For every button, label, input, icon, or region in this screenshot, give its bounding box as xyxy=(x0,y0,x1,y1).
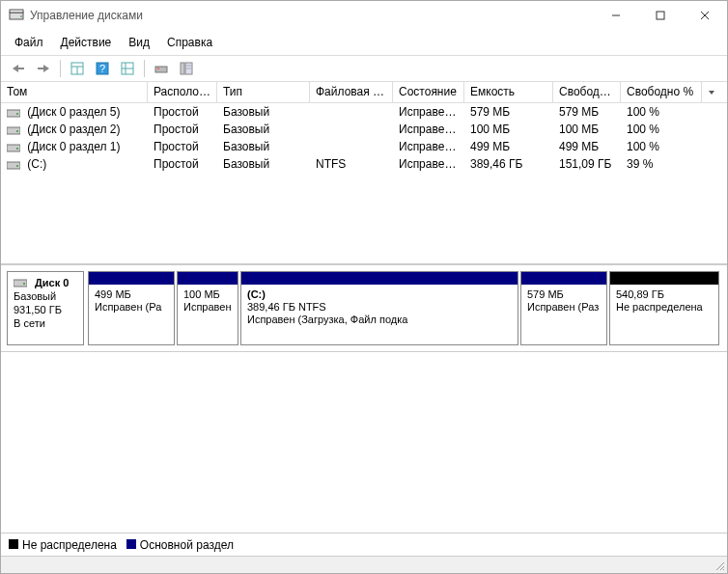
col-type[interactable]: Тип xyxy=(217,82,310,102)
table-row[interactable]: (Диск 0 раздел 5)ПростойБазовыйИсправен…… xyxy=(1,103,727,121)
svg-point-30 xyxy=(16,165,18,167)
partition[interactable]: 540,89 ГБНе распределена xyxy=(609,271,719,345)
partition[interactable]: (C:)389,46 ГБ NTFSИсправен (Загрузка, Фа… xyxy=(240,271,518,345)
status-bar xyxy=(1,556,727,573)
col-free[interactable]: Свобод… xyxy=(553,82,621,102)
col-status[interactable]: Состояние xyxy=(393,82,464,102)
close-button[interactable] xyxy=(683,1,727,30)
window-title: Управление дисками xyxy=(30,9,594,22)
partition-map: 499 МБИсправен (Ра100 МБИсправен(C:)389,… xyxy=(88,271,719,345)
svg-point-2 xyxy=(20,15,22,17)
disk-name: Диск 0 xyxy=(35,276,69,289)
empty-area xyxy=(1,352,727,533)
toolbar-separator xyxy=(144,60,145,77)
disk-status: В сети xyxy=(14,316,77,330)
menu-file[interactable]: Файл xyxy=(9,34,49,51)
partition[interactable]: 579 МБИсправен (Раз xyxy=(520,271,607,345)
partition[interactable]: 499 МБИсправен (Ра xyxy=(88,271,175,345)
svg-point-26 xyxy=(16,130,18,132)
legend: Не распределена Основной раздел xyxy=(1,533,727,556)
disk-icon xyxy=(14,277,27,288)
table-row[interactable]: (Диск 0 раздел 1)ПростойБазовыйИсправен…… xyxy=(1,138,727,155)
svg-point-18 xyxy=(157,68,159,69)
back-button[interactable] xyxy=(7,58,30,79)
svg-line-35 xyxy=(723,569,724,570)
svg-rect-31 xyxy=(14,280,27,287)
svg-rect-27 xyxy=(7,145,20,151)
legend-unallocated: Не распределена xyxy=(9,538,117,552)
col-pctfree[interactable]: Свободно % xyxy=(621,82,702,102)
resize-grip-icon[interactable] xyxy=(710,557,727,573)
svg-point-32 xyxy=(23,283,25,285)
svg-rect-1 xyxy=(10,10,23,13)
titlebar[interactable]: Управление дисками xyxy=(1,1,727,30)
menu-view[interactable]: Вид xyxy=(123,34,155,51)
svg-text:?: ? xyxy=(99,63,105,74)
legend-primary: Основной раздел xyxy=(126,538,234,552)
svg-line-33 xyxy=(716,562,724,570)
partition[interactable]: 100 МБИсправен xyxy=(177,271,238,345)
view-list-button[interactable] xyxy=(66,58,89,79)
col-fs[interactable]: Файловая с… xyxy=(310,82,393,102)
view-graphical-button[interactable] xyxy=(116,58,139,79)
svg-rect-29 xyxy=(7,162,20,169)
refresh-button[interactable] xyxy=(150,58,173,79)
svg-rect-19 xyxy=(181,63,184,74)
menu-action[interactable]: Действие xyxy=(55,34,118,51)
window-buttons xyxy=(594,1,727,30)
disk-size: 931,50 ГБ xyxy=(14,303,77,316)
properties-button[interactable] xyxy=(175,58,198,79)
svg-point-24 xyxy=(16,113,18,115)
volume-icon xyxy=(7,142,20,153)
volume-icon xyxy=(7,159,20,171)
forward-button[interactable] xyxy=(32,58,55,79)
volume-icon xyxy=(7,107,20,119)
col-volume[interactable]: Том xyxy=(1,82,148,102)
volume-rows: (Диск 0 раздел 5)ПростойБазовыйИсправен…… xyxy=(1,103,727,263)
help-button[interactable]: ? xyxy=(91,58,114,79)
svg-rect-23 xyxy=(7,110,20,117)
app-icon xyxy=(9,8,24,23)
disk-type: Базовый xyxy=(14,289,77,303)
col-capacity[interactable]: Емкость xyxy=(464,82,553,102)
svg-point-28 xyxy=(16,148,18,150)
menu-help[interactable]: Справка xyxy=(161,34,218,51)
menu-bar: Файл Действие Вид Справка xyxy=(1,30,727,55)
minimize-button[interactable] xyxy=(594,1,638,30)
svg-rect-8 xyxy=(38,68,43,69)
disk-header[interactable]: Диск 0 Базовый 931,50 ГБ В сети xyxy=(7,271,84,345)
svg-rect-17 xyxy=(155,67,167,72)
svg-rect-4 xyxy=(657,12,664,19)
maximize-button[interactable] xyxy=(638,1,683,30)
svg-rect-7 xyxy=(18,68,24,69)
toolbar: ? xyxy=(1,55,727,82)
table-row[interactable]: (C:)ПростойБазовыйNTFSИсправен…389,46 ГБ… xyxy=(1,155,727,173)
col-layout[interactable]: Располо… xyxy=(148,82,217,102)
toolbar-separator xyxy=(60,60,61,77)
volume-icon xyxy=(7,124,20,136)
table-row[interactable]: (Диск 0 раздел 2)ПростойБазовыйИсправен…… xyxy=(1,121,727,138)
svg-rect-25 xyxy=(7,127,20,134)
column-headers: Том Располо… Тип Файловая с… Состояние Е… xyxy=(1,82,727,103)
disk-management-window: Управление дисками Файл Действие Вид Спр… xyxy=(0,0,728,574)
volume-list[interactable]: Том Располо… Тип Файловая с… Состояние Е… xyxy=(1,82,727,265)
col-scroll-spacer[interactable] xyxy=(702,82,721,102)
graphical-view: Диск 0 Базовый 931,50 ГБ В сети 499 МБИс… xyxy=(1,265,727,352)
